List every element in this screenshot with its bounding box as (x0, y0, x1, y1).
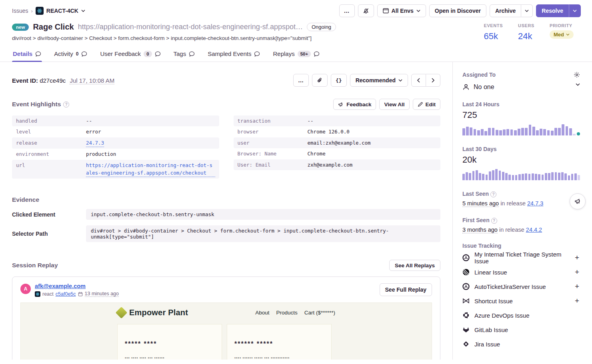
evidence-table: Clicked Element input.complete-checkout-… (12, 209, 440, 242)
priority-dropdown[interactable]: Med (550, 30, 574, 39)
highlight-value[interactable]: 24.7.3 (86, 139, 104, 147)
stat-users-label: USERS (518, 23, 534, 28)
help-icon[interactable]: ? (491, 218, 497, 224)
tab-sampled-events[interactable]: Sampled Events (207, 47, 261, 62)
issue-tracking-label[interactable]: AutoTicketJiraServer Issue (474, 283, 569, 290)
issue-tracking-label[interactable]: Linear Issue (474, 269, 569, 276)
first-seen-release-link[interactable]: 24.4.2 (526, 227, 542, 233)
chevron-down-icon[interactable] (576, 83, 580, 86)
help-icon[interactable]: ? (63, 101, 69, 107)
mute-notifications-button[interactable] (358, 4, 374, 17)
breadcrumb-issues-link[interactable]: Issues (12, 8, 28, 14)
breadcrumb-separator: › (31, 8, 32, 14)
feedback-button-label: Feedback (346, 101, 371, 107)
replay-id-link[interactable]: c5af0e5c (56, 291, 76, 297)
gear-icon[interactable] (574, 72, 580, 78)
first-seen-time[interactable]: 3 months ago (462, 227, 498, 233)
assignee-value: No one (474, 84, 494, 91)
edit-highlights-button[interactable]: Edit (413, 99, 441, 110)
help-icon[interactable]: ? (490, 191, 496, 197)
resolve-dropdown-button[interactable] (569, 4, 581, 17)
replay-user-link[interactable]: afk@example.com (35, 283, 86, 289)
tab-badge: 0 (76, 51, 79, 57)
add-issue-button[interactable]: + (574, 282, 580, 291)
chart-bar (466, 172, 468, 180)
chevron-down-icon[interactable] (81, 10, 85, 12)
resolve-button[interactable]: Resolve (536, 4, 569, 17)
breadcrumb: Issues › REACT-4CK (12, 7, 85, 15)
chart-bar (571, 174, 574, 180)
see-full-replay-button[interactable]: See Full Replay (380, 283, 432, 296)
previous-event-button[interactable] (411, 74, 426, 87)
last-seen-mid: in release (500, 200, 526, 207)
copy-link-button[interactable] (312, 74, 328, 87)
tab-badge: 50+ (298, 51, 311, 57)
next-event-button[interactable] (426, 74, 440, 87)
feedback-button[interactable]: Feedback (333, 99, 376, 110)
add-issue-button[interactable]: + (574, 268, 580, 276)
tab-activity[interactable]: Activity 0 (53, 47, 88, 62)
chart-bar (555, 172, 557, 180)
environment-selector[interactable]: All Envs (377, 4, 426, 17)
issue-tracking-row: Shortcut Issue + (462, 294, 580, 308)
issue-tracking-label[interactable]: Shortcut Issue (474, 298, 569, 304)
issue-selector-path: div#root > div#body-container > Checkout… (12, 35, 336, 41)
view-json-button[interactable]: {} (331, 74, 347, 87)
stat-events-value[interactable]: 65k (484, 31, 503, 42)
highlight-key: handled (16, 117, 86, 125)
chart-bar (466, 127, 469, 136)
event-more-button[interactable]: … (293, 74, 309, 87)
pencil-icon (418, 102, 423, 107)
product-title-masked: ****** ***** (234, 340, 324, 348)
tab-user-feedback[interactable]: User Feedback 0 (99, 47, 161, 62)
view-all-button[interactable]: View All (379, 99, 409, 110)
add-issue-button[interactable]: + (574, 296, 580, 305)
linear-icon (462, 269, 470, 276)
breadcrumb-project[interactable]: REACT-4CK (46, 8, 78, 14)
chart-bar (558, 128, 561, 135)
highlight-value[interactable]: https://application-monitoring-react-dot… (86, 161, 215, 177)
last-24-hours-title: Last 24 Hours (462, 101, 580, 107)
tab-label: Replays (273, 50, 294, 57)
chevron-down-icon (525, 10, 529, 12)
archive-button[interactable]: Archive (490, 4, 521, 17)
chart-bar (492, 170, 494, 180)
more-actions-button[interactable]: … (339, 4, 355, 17)
see-all-replays-button[interactable]: See All Replays (389, 260, 440, 271)
assignee-selector[interactable]: No one (462, 84, 494, 91)
highlights-table-left: handled -- level error release 24.7.3 en… (12, 115, 219, 179)
last-seen-time[interactable]: 5 minutes ago (462, 200, 499, 207)
last-seen-release-link[interactable]: 24.7.3 (527, 200, 543, 207)
chart-bar (502, 172, 504, 180)
issue-tracking-label[interactable]: My Internal Ticket Triage System Issue (474, 251, 569, 265)
event-sort-dropdown[interactable]: Recommended (350, 74, 408, 87)
stat-events-label: EVENTS (484, 23, 503, 28)
chart-bar (551, 131, 554, 135)
tab-label: Tags (174, 50, 186, 57)
chart-bar (495, 169, 498, 181)
add-issue-button[interactable]: + (574, 253, 580, 262)
issue-tracking-row: My Internal Ticket Triage System Issue + (462, 251, 580, 265)
tab-details[interactable]: Details (12, 47, 42, 62)
replay-preview[interactable]: Empower Plant AboutProductsCart ($******… (20, 302, 432, 360)
replay-time-ago[interactable]: 13 minutes ago (85, 291, 119, 297)
tab-tags[interactable]: Tags (173, 47, 196, 62)
chart-bar (564, 173, 567, 180)
event-pager (411, 74, 440, 87)
open-in-discover-button[interactable]: Open in Discover (429, 4, 486, 17)
replay-product-card: ****** ***** **** ****** ***** *** *****… (227, 324, 332, 360)
event-id-line: Event ID: d27ce49c Jul 17, 10:08 AM (12, 77, 114, 84)
archive-dropdown-button[interactable] (521, 4, 533, 17)
issue-tracking-label[interactable]: GitLab Issue (474, 326, 580, 333)
tab-replays[interactable]: Replays 50+ (272, 47, 320, 62)
issue-tracking-label[interactable]: Jira Issue (474, 341, 580, 348)
event-date[interactable]: Jul 17, 10:08 AM (70, 77, 114, 84)
stat-users-value[interactable]: 24k (518, 31, 534, 42)
chevron-down-icon (566, 34, 570, 36)
issue-tracking-label[interactable]: Azure DevOps Issue (474, 312, 580, 319)
chart-bar (499, 130, 502, 136)
highlight-value: -- (308, 117, 314, 125)
floating-feedback-button[interactable] (570, 193, 586, 209)
chart-bar (525, 128, 528, 135)
chart-bar (522, 174, 524, 181)
